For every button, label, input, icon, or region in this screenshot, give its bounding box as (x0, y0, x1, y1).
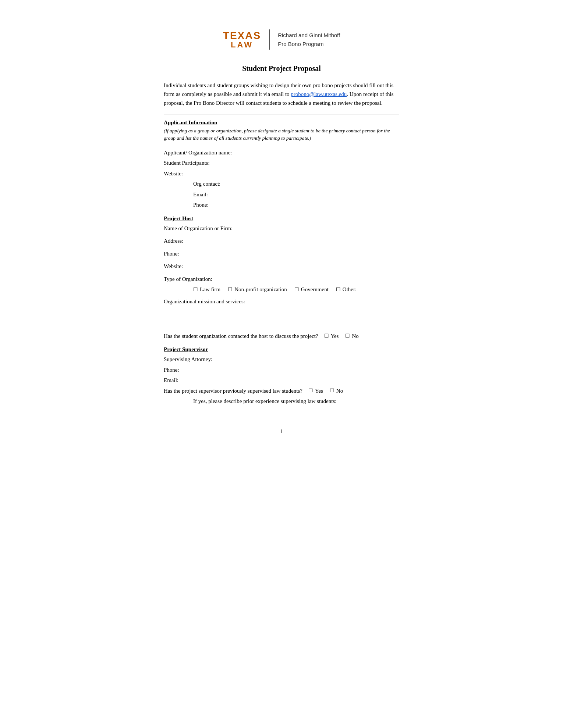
field-email-supervisor: Email: (164, 375, 399, 386)
field-if-yes: If yes, please describe prior experience… (164, 396, 399, 407)
checkbox-government[interactable]: ☐ Government (294, 286, 329, 293)
field-website-applicant: Website: (164, 168, 399, 179)
texas-text: TEXAS (223, 31, 261, 41)
field-participants: Student Participants: (164, 158, 399, 168)
subtitle-line1: Richard and Ginni Mithoff (278, 31, 340, 40)
contacted-yes-symbol: ☐ (324, 333, 329, 339)
checkbox-government-label: Government (301, 286, 329, 293)
field-website-host: Website: (164, 261, 399, 272)
page-title: Student Project Proposal (164, 64, 399, 73)
checkbox-government-symbol: ☐ (294, 287, 299, 292)
supervised-yes-symbol: ☐ (308, 388, 313, 393)
supervisor-heading: Project Supervisor (164, 346, 399, 353)
field-phone-host: Phone: (164, 249, 399, 259)
contacted-no-checkbox[interactable]: ☐ No (345, 331, 358, 342)
checkbox-other[interactable]: ☐ Other: (336, 286, 357, 293)
checkbox-nonprofit[interactable]: ☐ Non-profit organization (228, 286, 287, 293)
contacted-question-row: Has the student organization contacted t… (164, 331, 399, 342)
field-org-firm-name: Name of Organization or Firm: (164, 223, 399, 234)
page-container: TEXAS LAW Richard and Ginni Mithoff Pro … (138, 15, 425, 457)
checkbox-nonprofit-label: Non-profit organization (234, 286, 287, 293)
applicant-note: (If applying as a group or organization,… (164, 127, 399, 142)
checkbox-other-symbol: ☐ (336, 287, 341, 292)
contacted-yes-no: ☐ Yes ☐ No (324, 331, 359, 342)
field-org-contact: Org contact: (164, 179, 399, 189)
supervised-question-text: Has the project supervisor previously su… (164, 386, 302, 396)
project-supervisor-section: Project Supervisor Supervising Attorney:… (164, 346, 399, 407)
field-phone-supervisor: Phone: (164, 365, 399, 375)
probono-email-link[interactable]: probono@law.utexas.edu (291, 91, 347, 97)
field-type-org: Type of Organization: (164, 274, 399, 285)
header-divider (269, 29, 270, 50)
section-divider-1 (164, 114, 399, 114)
supervised-no-checkbox[interactable]: ☐ No (330, 386, 343, 396)
supervised-yes-no: ☐ Yes ☐ No (308, 386, 343, 396)
supervised-no-symbol: ☐ (330, 388, 334, 393)
field-org-name: Applicant/ Organization name: (164, 147, 399, 158)
supervised-question-row: Has the project supervisor previously su… (164, 386, 399, 396)
contacted-no-label: No (352, 331, 358, 342)
checkbox-nonprofit-symbol: ☐ (228, 287, 233, 292)
supervised-yes-checkbox[interactable]: ☐ Yes (308, 386, 323, 396)
mission-space (164, 307, 399, 327)
org-type-checkboxes: ☐ Law firm ☐ Non-profit organization ☐ G… (164, 286, 399, 293)
intro-paragraph: Individual students and student groups w… (164, 81, 399, 107)
project-host-heading: Project Host (164, 215, 399, 222)
page-number: 1 (164, 429, 399, 435)
contacted-yes-label: Yes (331, 331, 339, 342)
applicant-section: Applicant Information (If applying as a … (164, 119, 399, 210)
checkbox-law-firm-symbol: ☐ (193, 287, 198, 292)
checkbox-law-firm-label: Law firm (200, 286, 220, 293)
field-mission: Organizational mission and services: (164, 296, 399, 307)
checkbox-law-firm[interactable]: ☐ Law firm (193, 286, 220, 293)
contacted-question-text: Has the student organization contacted t… (164, 331, 318, 342)
contacted-no-symbol: ☐ (345, 333, 350, 339)
law-text: LAW (231, 41, 253, 49)
header: TEXAS LAW Richard and Ginni Mithoff Pro … (164, 29, 399, 50)
checkbox-other-label: Other: (343, 286, 357, 293)
contacted-yes-checkbox[interactable]: ☐ Yes (324, 331, 339, 342)
applicant-heading: Applicant Information (164, 119, 399, 126)
field-address: Address: (164, 236, 399, 246)
field-phone-applicant: Phone: (164, 200, 399, 210)
project-host-section: Project Host Name of Organization or Fir… (164, 215, 399, 342)
supervised-yes-label: Yes (315, 386, 323, 396)
field-email-applicant: Email: (164, 189, 399, 200)
header-subtitle: Richard and Ginni Mithoff Pro Bono Progr… (278, 31, 340, 49)
logo: TEXAS LAW (223, 31, 261, 49)
subtitle-line2: Pro Bono Program (278, 40, 340, 49)
supervised-no-label: No (336, 386, 343, 396)
field-supervising-attorney: Supervising Attorney: (164, 354, 399, 365)
